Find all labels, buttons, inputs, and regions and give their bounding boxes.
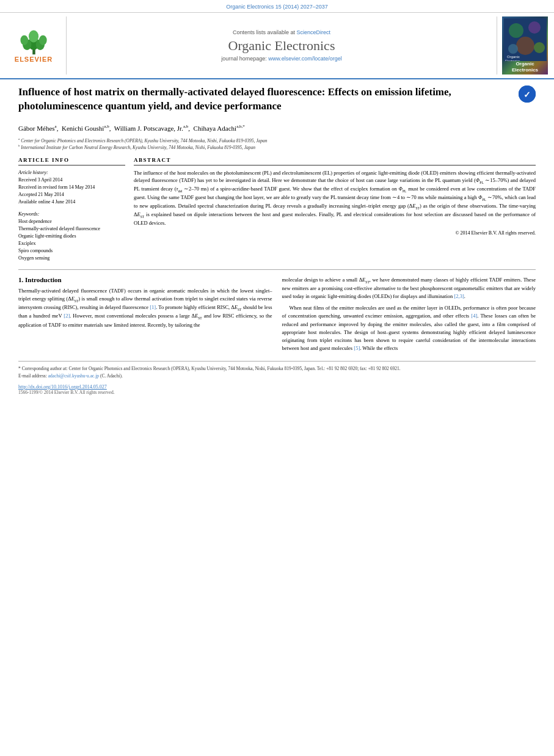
- cover-title: OrganicElectronics: [512, 61, 538, 73]
- cover-graphic: Organic Electronics: [504, 18, 547, 61]
- article-info-abstract: ARTICLE INFO Article history: Received 3…: [18, 157, 536, 262]
- keyword-6: Oxygen sensing: [18, 255, 125, 262]
- intro-left-text: Thermally-activated delayed fluorescence…: [18, 287, 272, 329]
- keyword-3: Organic light-emitting diodes: [18, 233, 125, 240]
- body-left-col: 1. Introduction Thermally-activated dela…: [18, 276, 272, 357]
- article-info-header: ARTICLE INFO: [18, 157, 125, 165]
- crossmark-badge[interactable]: ✓: [519, 85, 536, 103]
- authors-line: Gábor Méhesa, Kenichi Goushia,b, William…: [18, 123, 536, 134]
- doi-link[interactable]: http://dx.doi.org/10.1016/j.orgel.2014.0…: [18, 384, 536, 390]
- keyword-1: Host dependence: [18, 218, 125, 225]
- svg-point-8: [509, 23, 523, 38]
- author-1: Gábor Méhes: [18, 125, 55, 132]
- journal-title: Organic Electronics: [228, 38, 335, 54]
- page-container: Organic Electronics 15 (2014) 2027–2037 …: [0, 0, 554, 401]
- author-2: Kenichi Goushi: [62, 125, 104, 132]
- main-content: Influence of host matrix on thermally-ac…: [0, 79, 554, 401]
- copyright-line: © 2014 Elsevier B.V. All rights reserved…: [134, 230, 536, 237]
- article-info-column: ARTICLE INFO Article history: Received 3…: [18, 157, 125, 262]
- svg-point-6: [28, 31, 38, 43]
- author-4: Chihaya Adachi: [194, 125, 237, 132]
- keywords-section: Keywords: Host dependence Thermally-acti…: [18, 211, 125, 262]
- body-content: 1. Introduction Thermally-activated dela…: [18, 276, 536, 357]
- elsevier-logo: ELSEVIER: [6, 16, 61, 75]
- section-divider: [18, 269, 536, 270]
- keyword-5: Spiro compounds: [18, 247, 125, 255]
- abstract-header: ABSTRACT: [134, 157, 536, 165]
- corresponding-author-note: * Corresponding author at: Center for Or…: [18, 365, 536, 372]
- email-note: E-mail address: adachi@csif.kyushu-u.ac.…: [18, 373, 536, 379]
- journal-cover-image: Organic Electronics OrganicElectronics: [502, 16, 548, 75]
- abstract-text: The influence of the host molecules on t…: [134, 169, 536, 237]
- author-3: William J. Potscavage, Jr.: [114, 125, 183, 132]
- affiliations: a Center for Organic Photonics and Elect…: [18, 137, 536, 151]
- svg-text:Organic: Organic: [507, 55, 520, 59]
- keywords-label: Keywords:: [18, 211, 125, 217]
- issn-line: 1566-1199/© 2014 Elsevier B.V. All right…: [18, 390, 536, 395]
- body-right-col: molecular design to achieve a small ΔEST…: [282, 276, 536, 357]
- keyword-4: Exciplex: [18, 240, 125, 247]
- svg-point-9: [528, 21, 541, 34]
- sciencedirect-line: Contents lists available at ScienceDirec…: [233, 29, 330, 35]
- article-title-section: Influence of host matrix on thermally-ac…: [18, 85, 536, 117]
- received-date: Received 3 April 2014: [18, 176, 125, 183]
- journal-header-middle: Contents lists available at ScienceDirec…: [66, 16, 497, 75]
- elsevier-tree-icon: [17, 28, 51, 56]
- elsevier-wordmark: ELSEVIER: [15, 56, 53, 63]
- doi-section: http://dx.doi.org/10.1016/j.orgel.2014.0…: [18, 384, 536, 395]
- abstract-column: ABSTRACT The influence of the host molec…: [134, 157, 536, 262]
- accepted-date: Accepted 21 May 2014: [18, 191, 125, 198]
- journal-header: ELSEVIER Contents lists available at Sci…: [0, 12, 554, 79]
- svg-text:✓: ✓: [523, 90, 531, 100]
- svg-point-12: [534, 42, 545, 53]
- email-link[interactable]: adachi@csif.kyushu-u.ac.jp: [48, 373, 99, 379]
- intro-right-text: molecular design to achieve a small ΔEST…: [282, 276, 536, 353]
- available-date: Available online 4 June 2014: [18, 198, 125, 205]
- affiliation-b: b International Institute for Carbon Neu…: [18, 144, 536, 151]
- affiliation-a: a Center for Organic Photonics and Elect…: [18, 137, 536, 144]
- svg-point-10: [516, 37, 534, 55]
- received-revised-date: Received in revised form 14 May 2014: [18, 184, 125, 191]
- sciencedirect-link[interactable]: ScienceDirect: [297, 29, 331, 35]
- svg-point-5: [39, 35, 47, 45]
- journal-reference: Organic Electronics 15 (2014) 2027–2037: [0, 0, 554, 12]
- crossmark-icon: ✓: [519, 85, 536, 103]
- intro-section-title: 1. Introduction: [18, 276, 272, 283]
- keyword-2: Thermally-activated delayed fluorescence: [18, 225, 125, 233]
- journal-homepage: journal homepage: www.elsevier.com/locat…: [221, 56, 342, 62]
- footnote-section: * Corresponding author at: Center for Or…: [18, 361, 536, 379]
- article-title: Influence of host matrix on thermally-ac…: [18, 85, 512, 114]
- svg-point-4: [20, 35, 28, 45]
- journal-url[interactable]: www.elsevier.com/locate/orgel: [268, 56, 342, 62]
- svg-point-11: [508, 44, 518, 54]
- article-history-label: Article history:: [18, 169, 125, 176]
